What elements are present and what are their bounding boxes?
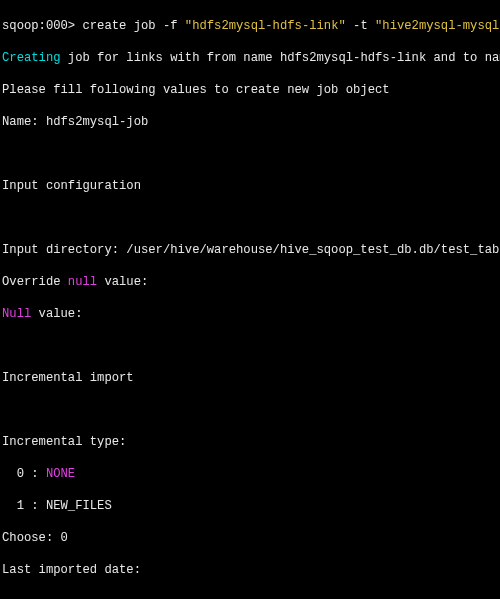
blank-line	[2, 338, 498, 354]
output-line: Please fill following values to create n…	[2, 82, 498, 98]
blank-line	[2, 146, 498, 162]
null-keyword: null	[68, 275, 97, 289]
blank-line	[2, 594, 498, 599]
output-line: Input directory: /user/hive/warehouse/hi…	[2, 242, 498, 258]
output-line: Override null value:	[2, 274, 498, 290]
output-line: Last imported date:	[2, 562, 498, 578]
output-line: Choose: 0	[2, 530, 498, 546]
blank-line	[2, 402, 498, 418]
terminal-output[interactable]: sqoop:000> create job -f "hdfs2mysql-hdf…	[0, 0, 500, 599]
section-header: Incremental import	[2, 370, 498, 386]
prompt: sqoop:000>	[2, 19, 82, 33]
cmd-arg: "hive2mysql-mysql	[375, 19, 499, 33]
cmd-text: create job -f	[82, 19, 184, 33]
output-line: 1 : NEW_FILES	[2, 498, 498, 514]
cmd-arg: "hdfs2mysql-hdfs-link"	[185, 19, 346, 33]
cmd-text: -t	[346, 19, 375, 33]
status-word: Creating	[2, 51, 61, 65]
output-line: 0 : NONE	[2, 466, 498, 482]
command-line: sqoop:000> create job -f "hdfs2mysql-hdf…	[2, 18, 498, 34]
output-line: Creating job for links with from name hd…	[2, 50, 498, 66]
null-keyword: Null	[2, 307, 31, 321]
enum-value: NONE	[46, 467, 75, 481]
output-line: Incremental type:	[2, 434, 498, 450]
output-line: Null value:	[2, 306, 498, 322]
section-header: Input configuration	[2, 178, 498, 194]
blank-line	[2, 210, 498, 226]
output-line: Name: hdfs2mysql-job	[2, 114, 498, 130]
